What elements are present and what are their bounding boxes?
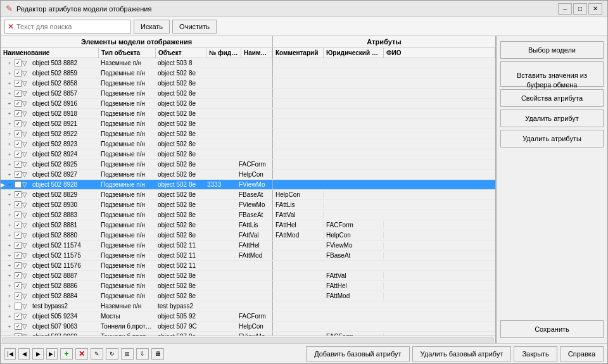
expand-icon[interactable]: + [6,283,13,289]
row-checkbox[interactable]: ✓ [15,70,22,77]
row-checkbox[interactable]: ✓ [15,130,22,137]
row-checkbox[interactable]: ✓ [15,282,22,289]
table-row[interactable]: +✓▽object 502 8858Подземные п/нobject 50… [1,78,495,89]
table-row[interactable]: ▶+✓▽object 502 8928Подземные п/нobject 5… [1,180,495,190]
table-row[interactable]: +✓▽object 502 8883Подземные п/нobject 50… [1,210,495,220]
expand-icon[interactable]: + [6,192,13,198]
table-row[interactable]: +✓▽object 502 8857Подземные п/нobject 50… [1,89,495,99]
row-checkbox[interactable]: ✓ [15,120,22,127]
table-row[interactable]: +✓▽object 502 11574Подземные п/нobject 5… [1,241,495,251]
row-checkbox[interactable] [15,303,22,310]
row-checkbox[interactable]: ✓ [15,252,22,259]
table-row[interactable]: +✓▽object 502 8921Подземные п/нobject 50… [1,119,495,129]
row-checkbox[interactable]: ✓ [15,181,22,188]
nav-delete-button[interactable]: ✕ [75,348,88,360]
expand-icon[interactable]: + [6,121,13,127]
table-row[interactable]: +✓▽object 502 11576Подземные п/нobject 5… [1,261,495,271]
row-checkbox[interactable]: ✓ [15,151,22,158]
expand-icon[interactable]: + [6,111,13,117]
row-checkbox[interactable]: ✓ [15,323,22,330]
expand-icon[interactable]: + [6,131,13,137]
nav-add-button[interactable]: + [60,348,73,360]
close-window-button[interactable]: Закрыть [514,346,557,361]
attr-props-button[interactable]: Свойства атрибута [500,89,604,107]
row-checkbox[interactable]: ✓ [15,161,22,168]
row-checkbox[interactable]: ✓ [15,100,22,107]
expand-icon[interactable]: + [6,151,13,158]
nav-filter-button[interactable]: ⊞ [121,348,134,360]
row-checkbox[interactable]: ✓ [15,242,22,249]
expand-icon[interactable]: + [6,80,13,87]
row-checkbox[interactable]: ✓ [15,191,22,198]
table-row[interactable]: +✓▽object 502 8930Подземные п/нobject 50… [1,200,495,210]
expand-icon[interactable]: + [6,172,13,178]
close-button[interactable]: ✕ [588,3,602,15]
table-row[interactable]: +✓▽object 502 8925Подземные п/нobject 50… [1,160,495,170]
add-base-attr-button[interactable]: Добавить базовый атрибут [306,346,409,361]
expand-icon[interactable]: + [6,101,13,107]
search-input[interactable] [16,23,128,30]
nav-prev-button[interactable]: ◀ [18,348,30,360]
expand-icon[interactable]: + [6,313,13,320]
select-model-button[interactable]: Выбор модели [500,41,604,59]
expand-icon[interactable]: + [6,273,13,279]
expand-icon[interactable]: + [6,293,13,299]
table-row[interactable]: +✓▽object 502 8829Подземные п/нobject 50… [1,190,495,200]
row-checkbox[interactable]: ✓ [15,141,22,147]
search-clear-icon[interactable]: ✕ [8,22,14,31]
expand-icon[interactable]: + [6,212,13,218]
expand-icon[interactable]: + [6,232,13,239]
delete-base-attr-button[interactable]: Удалить базовый атрибут [412,346,512,361]
clear-button[interactable]: Очистить [172,20,217,34]
table-row[interactable]: +✓▽object 502 8886Подземные п/нobject 50… [1,281,495,291]
row-checkbox[interactable]: ✓ [15,60,22,66]
table-row[interactable]: +✓▽object 507 9063Тоннели б.протяжеobjec… [1,322,495,332]
expand-icon[interactable]: + [6,141,13,147]
table-row[interactable]: +✓▽object 502 8884Подземные п/нobject 50… [1,291,495,301]
table-row[interactable]: +✓▽object 502 8924Подземные п/нobject 50… [1,149,495,160]
row-checkbox[interactable]: ✓ [15,110,22,117]
delete-attrs-button[interactable]: Удалить атрибуты [500,130,604,147]
nav-first-button[interactable]: |◀ [4,348,16,360]
table-row[interactable]: +✓▽object 502 8887Подземные п/нobject 50… [1,271,495,281]
nav-last-button[interactable]: ▶| [46,348,58,360]
maximize-button[interactable]: □ [573,3,587,15]
table-row[interactable]: +✓▽object 502 8881Подземные п/нobject 50… [1,220,495,230]
row-checkbox[interactable]: ✓ [15,313,22,320]
minimize-button[interactable]: – [558,3,572,15]
expand-icon[interactable]: + [6,263,13,269]
data-scroll-area[interactable]: +✓▽object 503 8882Наземные п/нobject 503… [1,58,495,336]
table-row[interactable]: +▽test bypass2Наземные п/нtest bypass2 [1,301,495,311]
help-button[interactable]: Справка [560,346,604,361]
expand-icon[interactable]: + [6,323,13,330]
row-checkbox[interactable]: ✓ [15,80,22,87]
expand-icon[interactable]: + [6,70,13,77]
row-checkbox[interactable]: ✓ [15,292,22,299]
row-checkbox[interactable]: ✓ [15,272,22,279]
table-row[interactable]: +✓▽object 502 11575Подземные п/нobject 5… [1,251,495,261]
expand-icon[interactable]: + [6,161,13,168]
expand-icon[interactable]: + [6,222,13,229]
expand-icon[interactable]: + [6,202,13,208]
table-row[interactable]: +✓▽object 505 9234Мостыobject 505 92FACF… [1,311,495,322]
search-button[interactable]: Искать [134,20,170,34]
table-row[interactable]: +✓▽object 502 8918Подземные п/нobject 50… [1,109,495,119]
row-checkbox[interactable]: ✓ [15,232,22,239]
expand-icon[interactable]: + [6,91,13,97]
table-row[interactable]: +✓▽object 502 8880Подземные п/нobject 50… [1,230,495,241]
table-row[interactable]: +✓▽object 502 8923Подземные п/нobject 50… [1,139,495,149]
expand-icon[interactable]: + [6,182,13,188]
row-checkbox[interactable]: ✓ [15,222,22,229]
table-row[interactable]: +✓▽object 502 8922Подземные п/нobject 50… [1,129,495,139]
expand-icon[interactable]: + [6,242,13,249]
table-row[interactable]: +✓▽object 502 8859Подземные п/нobject 50… [1,68,495,78]
nav-print-button[interactable]: 🖶 [151,348,164,360]
nav-export-button[interactable]: ⇩ [136,348,149,360]
nav-edit-button[interactable]: ✎ [91,348,103,360]
table-row[interactable]: +✓▽object 503 8882Наземные п/нobject 503… [1,58,495,68]
table-row[interactable]: +✓▽object 502 8916Подземные п/нobject 50… [1,99,495,109]
expand-icon[interactable]: + [6,60,13,66]
row-checkbox[interactable]: ✓ [15,211,22,218]
expand-icon[interactable]: + [6,253,13,259]
row-checkbox[interactable]: ✓ [15,262,22,269]
